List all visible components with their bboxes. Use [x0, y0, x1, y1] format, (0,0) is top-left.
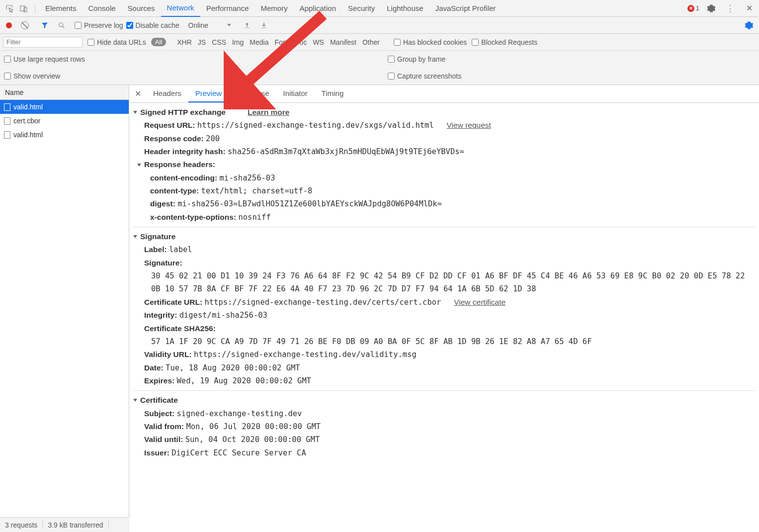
name-column-header[interactable]: Name [0, 85, 129, 100]
top-tab-elements[interactable]: Elements [39, 0, 83, 16]
document-icon [4, 117, 10, 125]
response-headers-header[interactable]: Response headers: [133, 158, 755, 171]
chevron-down-icon [227, 24, 231, 26]
group-by-frame-checkbox[interactable]: Group by frame [388, 55, 445, 63]
response-header-row: x-content-type-options: nosniff [133, 211, 755, 224]
hide-data-urls-checkbox[interactable]: Hide data URLs [87, 38, 146, 46]
kv-label: Label: label [133, 243, 755, 256]
network-options: Use large request rows Group by frame Sh… [0, 51, 759, 85]
top-tab-performance[interactable]: Performance [200, 0, 255, 16]
kv-subject: Subject: signed-exchange-testing.dev [133, 407, 755, 420]
kv-cert-url: Certificate URL: https://signed-exchange… [133, 296, 755, 309]
view-request-link[interactable]: View request [447, 121, 491, 129]
disable-cache-checkbox[interactable]: Disable cache [126, 21, 179, 29]
clear-icon[interactable] [19, 20, 30, 31]
kv-request-url: Request URL: https://signed-exchange-tes… [133, 119, 755, 132]
request-row[interactable]: valid.html [0, 128, 129, 142]
filter-type-media[interactable]: Media [250, 38, 268, 46]
top-tab-security[interactable]: Security [342, 0, 381, 16]
top-tab-application[interactable]: Application [294, 0, 342, 16]
settings-gear-icon[interactable] [706, 3, 717, 14]
filter-type-img[interactable]: Img [232, 38, 244, 46]
search-icon[interactable] [56, 20, 67, 31]
certificate-section-header[interactable]: Certificate [133, 394, 755, 407]
request-name: cert.cbor [13, 117, 40, 125]
detail-tab-headers[interactable]: Headers [146, 85, 188, 102]
request-row[interactable]: cert.cbor [0, 114, 129, 128]
inspect-icon[interactable] [4, 3, 15, 14]
document-icon [4, 131, 10, 139]
detail-tab-initiator[interactable]: Initiator [276, 85, 315, 102]
error-count[interactable]: ✕1 [687, 4, 699, 12]
filter-type-font[interactable]: Font [274, 38, 288, 46]
status-requests: 3 requests [0, 521, 43, 529]
has-blocked-cookies-checkbox[interactable]: Has blocked cookies [394, 38, 467, 46]
device-icon[interactable] [18, 3, 29, 14]
view-certificate-link[interactable]: View certificate [454, 298, 506, 306]
document-icon [4, 103, 10, 111]
filter-type-css[interactable]: CSS [212, 38, 226, 46]
use-large-rows-checkbox[interactable]: Use large request rows [4, 55, 85, 63]
filter-type-xhr[interactable]: XHR [177, 38, 192, 46]
svg-line-3 [63, 26, 65, 28]
upload-har-icon[interactable] [242, 20, 253, 31]
kv-validity-url: Validity URL: https://signed-exchange-te… [133, 348, 755, 361]
download-har-icon[interactable] [258, 20, 269, 31]
detail-tab-preview[interactable]: Preview [188, 85, 229, 102]
top-tab-lighthouse[interactable]: Lighthouse [381, 0, 429, 16]
top-tab-javascript-profiler[interactable]: JavaScript Profiler [429, 0, 502, 16]
kv-date: Date: Tue, 18 Aug 2020 00:00:02 GMT [133, 361, 755, 374]
request-name: valid.html [13, 131, 43, 139]
throttling-select[interactable]: Online [185, 20, 234, 30]
kv-issuer: Issuer: DigiCert ECC Secure Server CA [133, 446, 755, 459]
request-detail-pane: ✕ HeadersPreviewResponseInitiatorTiming … [129, 85, 759, 518]
filter-input[interactable] [3, 37, 83, 48]
network-record-toolbar: Preserve log Disable cache Online [0, 17, 759, 34]
response-header-row: digest: mi-sha256-03=LB7wdlHO51Z1Ze600lb… [133, 197, 755, 210]
filter-all-pill[interactable]: All [151, 38, 166, 46]
show-overview-checkbox[interactable]: Show overview [4, 72, 60, 80]
top-tabs: ElementsConsoleSourcesNetworkPerformance… [39, 0, 502, 17]
signature-section-header[interactable]: Signature [133, 230, 755, 243]
top-tab-network[interactable]: Network [161, 0, 200, 17]
kv-expires: Expires: Wed, 19 Aug 2020 00:00:02 GMT [133, 374, 755, 387]
kv-valid-until: Valid until: Sun, 04 Oct 2020 00:00:00 G… [133, 433, 755, 446]
response-header-row: content-encoding: mi-sha256-03 [133, 172, 755, 184]
request-name: valid.html [13, 103, 43, 111]
network-filter-toolbar: Hide data URLs All XHRJSCSSImgMediaFontD… [0, 34, 759, 51]
top-tab-sources[interactable]: Sources [122, 0, 161, 16]
preserve-log-checkbox[interactable]: Preserve log [75, 21, 123, 29]
svg-rect-0 [20, 6, 25, 11]
blocked-requests-checkbox[interactable]: Blocked Requests [472, 38, 537, 46]
filter-type-ws[interactable]: WS [313, 38, 324, 46]
request-row[interactable]: valid.html [0, 100, 129, 114]
detail-tabs: ✕ HeadersPreviewResponseInitiatorTiming [129, 85, 759, 103]
filter-type-other[interactable]: Other [362, 38, 380, 46]
detail-tab-response[interactable]: Response [229, 85, 276, 102]
network-settings-gear-icon[interactable] [744, 20, 755, 31]
close-detail-icon[interactable]: ✕ [132, 89, 143, 98]
top-tab-console[interactable]: Console [83, 0, 122, 16]
capture-screenshots-checkbox[interactable]: Capture screenshots [388, 72, 461, 80]
kv-signature: Signature: [133, 257, 755, 269]
filter-type-manifest[interactable]: Manifest [330, 38, 356, 46]
sxg-section-header[interactable]: Signed HTTP exchangeLearn more [133, 106, 755, 119]
close-devtools-icon[interactable]: ✕ [744, 3, 755, 14]
filter-type-js[interactable]: JS [198, 38, 206, 46]
top-tab-memory[interactable]: Memory [255, 0, 294, 16]
svg-rect-1 [24, 7, 27, 12]
learn-more-link[interactable]: Learn more [248, 106, 289, 119]
cert-sha-bytes: 57 1A 1F 20 9C CA A9 7D 7F 49 71 26 BE F… [133, 335, 755, 348]
devtools-top-toolbar: ElementsConsoleSourcesNetworkPerformance… [0, 0, 759, 17]
record-button[interactable] [6, 22, 12, 28]
signature-bytes: 30 45 02 21 00 D1 10 39 24 F3 76 A6 64 8… [133, 269, 755, 296]
status-bar: 3 requests 3.9 kB transferred [0, 517, 129, 532]
kv-cert-sha: Certificate SHA256: [133, 322, 755, 335]
main-split: Name valid.htmlcert.cborvalid.html ✕ Hea… [0, 85, 759, 518]
filter-type-doc[interactable]: Doc [294, 38, 307, 46]
kebab-menu-icon[interactable]: ⋮ [725, 3, 736, 14]
kv-header-integrity: Header integrity hash: sha256-aSdRm3m7qX… [133, 145, 755, 158]
detail-tab-timing[interactable]: Timing [315, 85, 350, 102]
filter-toggle-icon[interactable] [39, 20, 50, 31]
kv-response-code: Response code: 200 [133, 132, 755, 145]
